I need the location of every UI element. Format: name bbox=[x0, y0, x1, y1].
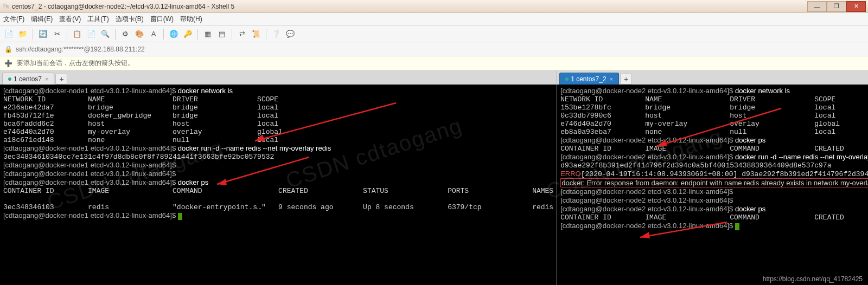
hint-text: 要添加当前会话，点击左侧的箭头按钮。 bbox=[17, 59, 134, 68]
disconnect-icon[interactable]: ✂ bbox=[52, 29, 62, 40]
menu-tools[interactable]: 工具(T) bbox=[87, 15, 108, 24]
add-session-icon[interactable]: ➕ bbox=[4, 60, 12, 67]
tab-label: 1 centos7 bbox=[14, 75, 42, 83]
menu-tab[interactable]: 选项卡(B) bbox=[116, 15, 144, 24]
open-icon[interactable]: 📁 bbox=[17, 29, 28, 40]
address-bar: 🔒 ssh://cdtaogang:********@192.168.88.21… bbox=[0, 42, 868, 56]
font-icon[interactable]: A bbox=[148, 29, 159, 40]
menu-edit[interactable]: 编辑(E) bbox=[31, 15, 53, 24]
menu-window[interactable]: 窗口(W) bbox=[150, 15, 174, 24]
status-dot-icon bbox=[565, 77, 569, 81]
tile-icon[interactable]: ▦ bbox=[202, 29, 213, 40]
close-button[interactable]: ✕ bbox=[846, 1, 866, 12]
transfer-icon[interactable]: ⇄ bbox=[237, 29, 247, 40]
script-icon[interactable]: 📜 bbox=[251, 29, 261, 40]
close-icon[interactable]: × bbox=[45, 76, 48, 82]
menu-help[interactable]: 帮助(H) bbox=[180, 15, 202, 24]
titlebar: 🐚 centos7_2 - cdtaogang@docker-node2:~/e… bbox=[0, 0, 868, 13]
cascade-icon[interactable]: ▤ bbox=[216, 29, 227, 40]
add-tab-button[interactable]: + bbox=[55, 74, 67, 85]
maximize-button[interactable]: ❐ bbox=[827, 1, 846, 12]
tab-centos7[interactable]: 1 centos7 × bbox=[2, 73, 54, 85]
status-dot-icon bbox=[8, 77, 11, 81]
window-buttons: — ❐ ✕ bbox=[807, 1, 866, 12]
new-session-icon[interactable]: 📄 bbox=[3, 29, 14, 40]
footer-url: https://blog.csdn.net/qq_41782425 bbox=[763, 275, 863, 283]
tab-label: 1 centos7_2 bbox=[571, 75, 606, 83]
address-text[interactable]: ssh://cdtaogang:********@192.168.88.211:… bbox=[16, 46, 145, 53]
window-title: centos7_2 - cdtaogang@docker-node2:~/etc… bbox=[12, 3, 807, 10]
chat-icon[interactable]: 💬 bbox=[285, 29, 296, 40]
terminal-right[interactable]: [cdtaogang@docker-node2 etcd-v3.0.12-lin… bbox=[557, 85, 868, 285]
key-icon[interactable]: 🔑 bbox=[182, 29, 193, 40]
hint-bar: ➕ 要添加当前会话，点击左侧的箭头按钮。 bbox=[0, 56, 868, 70]
tabstrip-right: 1 centos7_2 × + bbox=[557, 70, 868, 85]
help-icon[interactable]: ❔ bbox=[271, 29, 282, 40]
globe-icon[interactable]: 🌐 bbox=[168, 29, 179, 40]
tab-centos7-2[interactable]: 1 centos7_2 × bbox=[559, 73, 619, 85]
properties-icon[interactable]: ⚙ bbox=[120, 29, 131, 40]
app-icon: 🐚 bbox=[2, 3, 10, 10]
search-icon[interactable]: 🔍 bbox=[100, 29, 111, 40]
menu-view[interactable]: 查看(V) bbox=[59, 15, 81, 24]
reconnect-icon[interactable]: 🔄 bbox=[37, 29, 48, 40]
terminal-left[interactable]: [cdtaogang@docker-node1 etcd-v3.0.12-lin… bbox=[0, 85, 557, 285]
copy-icon[interactable]: 📋 bbox=[72, 29, 82, 40]
tabstrip-left: 1 centos7 × + bbox=[0, 70, 557, 85]
paste-icon[interactable]: 📄 bbox=[86, 29, 97, 40]
split-panes: 1 centos7 × + [cdtaogang@docker-node1 et… bbox=[0, 70, 868, 285]
color-icon[interactable]: 🎨 bbox=[134, 29, 145, 40]
right-pane: 1 centos7_2 × + [cdtaogang@docker-node2 … bbox=[557, 70, 868, 285]
menubar: 文件(F) 编辑(E) 查看(V) 工具(T) 选项卡(B) 窗口(W) 帮助(… bbox=[0, 13, 868, 26]
close-icon[interactable]: × bbox=[610, 76, 613, 82]
minimize-button[interactable]: — bbox=[807, 1, 827, 12]
add-tab-button[interactable]: + bbox=[620, 74, 632, 85]
lock-icon: 🔒 bbox=[4, 46, 12, 53]
left-pane: 1 centos7 × + [cdtaogang@docker-node1 et… bbox=[0, 70, 557, 285]
toolbar: 📄 📁 🔄 ✂ 📋 📄 🔍 ⚙ 🎨 A 🌐 🔑 ▦ ▤ ⇄ 📜 ❔ 💬 bbox=[0, 26, 868, 42]
menu-file[interactable]: 文件(F) bbox=[3, 15, 24, 24]
